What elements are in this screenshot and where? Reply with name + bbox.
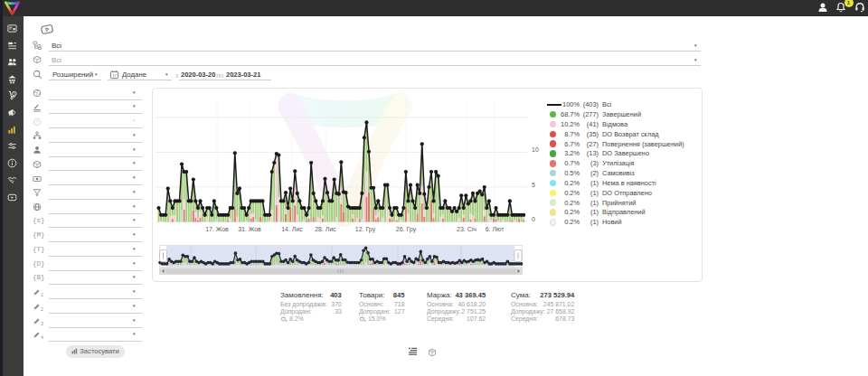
svg-text:14. Лис: 14. Лис [281,226,303,232]
svg-text:31. Жов: 31. Жов [238,226,261,232]
svg-text:28. Лис: 28. Лис [315,226,336,232]
svg-text:6. Лют: 6. Лют [486,226,505,232]
svg-text:26. Гру: 26. Гру [396,226,417,233]
svg-text:5: 5 [532,182,535,188]
svg-text:23. Січ: 23. Січ [457,226,476,232]
svg-text:12. Гру: 12. Гру [355,226,376,233]
svg-text:0: 0 [532,216,535,222]
svg-text:17. Жов: 17. Жов [205,226,229,232]
svg-text:10: 10 [532,146,539,153]
